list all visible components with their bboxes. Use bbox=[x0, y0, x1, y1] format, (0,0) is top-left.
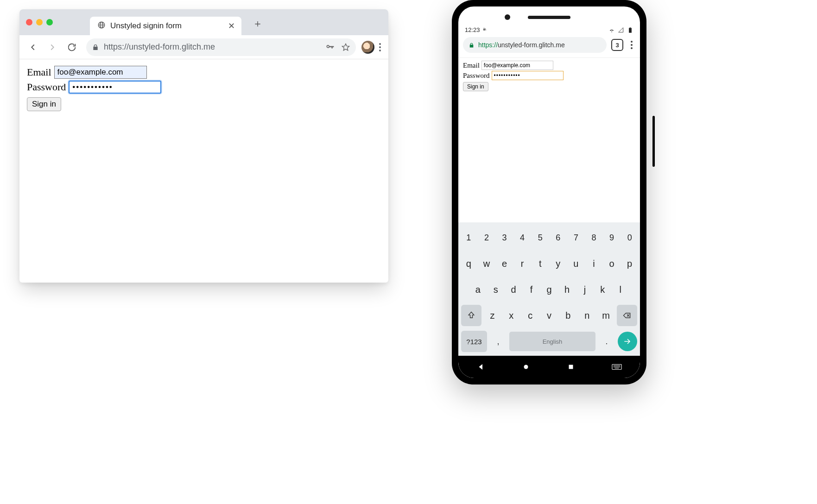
power-button bbox=[652, 116, 655, 167]
password-label: Password bbox=[27, 81, 66, 93]
soft-keyboard: 1234567890 qwertyuiop asdfghjkl zxcvbnm … bbox=[458, 222, 640, 356]
key-0[interactable]: 0 bbox=[622, 227, 637, 248]
phone-speaker bbox=[528, 16, 570, 19]
browser-tab[interactable]: Unstyled signin form ✕ bbox=[90, 17, 241, 35]
key-u[interactable]: u bbox=[569, 253, 584, 274]
mobile-password-input[interactable] bbox=[492, 71, 564, 80]
tab-strip: Unstyled signin form ✕ ＋ bbox=[19, 9, 388, 35]
shift-key[interactable] bbox=[461, 305, 481, 326]
sign-in-button[interactable]: Sign in bbox=[27, 97, 61, 111]
browser-toolbar: https://unstyled-form.glitch.me bbox=[19, 35, 388, 59]
key-4[interactable]: 4 bbox=[515, 227, 530, 248]
key-d[interactable]: d bbox=[506, 279, 521, 300]
forward-button[interactable] bbox=[44, 38, 61, 56]
key-9[interactable]: 9 bbox=[604, 227, 620, 248]
key-8[interactable]: 8 bbox=[586, 227, 602, 248]
desktop-browser-window: Unstyled signin form ✕ ＋ https://unstyle… bbox=[19, 9, 388, 283]
key-e[interactable]: e bbox=[497, 253, 512, 274]
kb-row-numbers: 1234567890 bbox=[461, 227, 637, 248]
mobile-page-body: Email Password Sign in bbox=[458, 58, 640, 222]
key-w[interactable]: w bbox=[479, 253, 494, 274]
mobile-sign-in-button[interactable]: Sign in bbox=[463, 82, 488, 91]
window-close-icon[interactable] bbox=[26, 19, 32, 25]
kb-row-mid: asdfghjkl bbox=[461, 279, 637, 300]
comma-key[interactable]: , bbox=[490, 332, 507, 351]
key-f[interactable]: f bbox=[524, 279, 538, 300]
window-minimize-icon[interactable] bbox=[36, 19, 43, 25]
key-j[interactable]: j bbox=[577, 279, 592, 300]
status-bar: 12:23 bbox=[458, 6, 640, 35]
key-y[interactable]: y bbox=[551, 253, 566, 274]
space-key[interactable]: English bbox=[509, 332, 595, 351]
address-bar[interactable]: https://unstyled-form.glitch.me bbox=[86, 38, 356, 56]
kb-row-bottom: ?123 , English . bbox=[461, 331, 637, 352]
star-icon[interactable] bbox=[341, 43, 350, 52]
key-v[interactable]: v bbox=[541, 305, 557, 326]
key-q[interactable]: q bbox=[461, 253, 476, 274]
mobile-password-label: Password bbox=[463, 72, 490, 80]
enter-key[interactable] bbox=[618, 332, 637, 351]
key-6[interactable]: 6 bbox=[551, 227, 566, 248]
backspace-key[interactable] bbox=[617, 305, 637, 326]
key-7[interactable]: 7 bbox=[569, 227, 584, 248]
key-n[interactable]: n bbox=[579, 305, 595, 326]
profile-avatar[interactable] bbox=[361, 41, 374, 54]
key-icon[interactable] bbox=[325, 43, 335, 52]
svg-rect-1 bbox=[569, 365, 573, 369]
android-nav-bar bbox=[458, 356, 640, 378]
key-o[interactable]: o bbox=[604, 253, 620, 274]
nav-home-icon[interactable] bbox=[522, 363, 530, 371]
lock-icon bbox=[92, 44, 99, 51]
battery-icon bbox=[627, 27, 633, 33]
new-tab-button[interactable]: ＋ bbox=[253, 17, 263, 31]
period-key[interactable]: . bbox=[598, 332, 615, 351]
key-2[interactable]: 2 bbox=[479, 227, 494, 248]
kb-row-top: qwertyuiop bbox=[461, 253, 637, 274]
key-k[interactable]: k bbox=[595, 279, 610, 300]
key-i[interactable]: i bbox=[586, 253, 602, 274]
mobile-address-bar[interactable]: https://unstyled-form.glitch.me bbox=[463, 37, 607, 53]
signal-icon bbox=[618, 27, 624, 33]
svg-point-0 bbox=[524, 365, 528, 369]
key-p[interactable]: p bbox=[622, 253, 637, 274]
key-l[interactable]: l bbox=[613, 279, 628, 300]
url-text: https://unstyled-form.glitch.me bbox=[104, 42, 215, 52]
email-input[interactable] bbox=[54, 66, 147, 79]
wifi-icon bbox=[608, 27, 615, 33]
key-r[interactable]: r bbox=[515, 253, 530, 274]
mobile-menu-button[interactable] bbox=[628, 39, 635, 51]
key-h[interactable]: h bbox=[559, 279, 574, 300]
tab-title: Unstyled signin form bbox=[110, 21, 182, 31]
lock-icon bbox=[469, 42, 475, 48]
nav-back-icon[interactable] bbox=[477, 363, 485, 371]
window-maximize-icon[interactable] bbox=[46, 19, 53, 25]
key-x[interactable]: x bbox=[503, 305, 519, 326]
mobile-email-input[interactable] bbox=[481, 61, 553, 70]
mobile-browser-toolbar: https://unstyled-form.glitch.me 3 bbox=[458, 35, 640, 58]
key-t[interactable]: t bbox=[532, 253, 548, 274]
key-3[interactable]: 3 bbox=[497, 227, 512, 248]
key-s[interactable]: s bbox=[488, 279, 503, 300]
key-m[interactable]: m bbox=[598, 305, 614, 326]
key-1[interactable]: 1 bbox=[461, 227, 476, 248]
reload-button[interactable] bbox=[63, 38, 81, 56]
back-button[interactable] bbox=[24, 38, 42, 56]
key-z[interactable]: z bbox=[484, 305, 500, 326]
browser-menu-button[interactable] bbox=[376, 40, 384, 54]
mobile-email-label: Email bbox=[463, 62, 480, 69]
tab-count-button[interactable]: 3 bbox=[611, 39, 623, 51]
key-c[interactable]: c bbox=[522, 305, 538, 326]
nav-recent-icon[interactable] bbox=[567, 363, 575, 371]
nav-keyboard-icon[interactable] bbox=[612, 364, 622, 370]
key-a[interactable]: a bbox=[470, 279, 485, 300]
key-5[interactable]: 5 bbox=[532, 227, 548, 248]
page-body: Email Password Sign in bbox=[19, 59, 388, 118]
mobile-url-text: https://unstyled-form.glitch.me bbox=[478, 41, 565, 49]
close-tab-icon[interactable]: ✕ bbox=[228, 21, 235, 31]
phone-front-camera bbox=[505, 14, 510, 20]
key-b[interactable]: b bbox=[560, 305, 576, 326]
symbols-key[interactable]: ?123 bbox=[461, 331, 487, 352]
password-input[interactable] bbox=[69, 81, 161, 94]
key-g[interactable]: g bbox=[542, 279, 557, 300]
kb-row-bot: zxcvbnm bbox=[461, 305, 637, 326]
